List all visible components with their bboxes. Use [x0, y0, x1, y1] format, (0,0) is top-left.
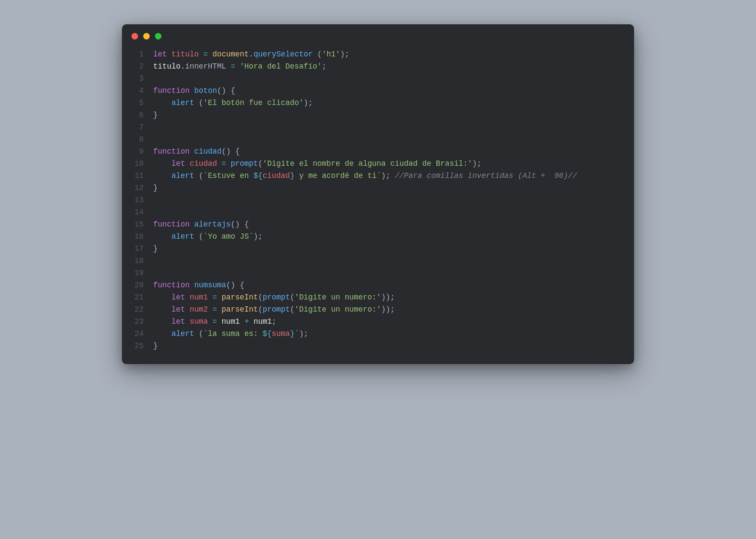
token-punct: {	[240, 281, 245, 289]
code-content[interactable]: function ciudad() {	[153, 145, 625, 158]
token-tmpldlm: }	[290, 329, 295, 338]
code-line[interactable]: 11 alert (`Estuve en ${ciudad} y me acor…	[128, 170, 625, 182]
token-punct: (	[258, 305, 263, 314]
token-kw: function	[153, 86, 190, 95]
token-punct: ;	[477, 159, 482, 168]
code-content[interactable]: alert (`Yo amo JS`);	[153, 230, 625, 243]
token-sp	[153, 171, 171, 180]
line-number: 23	[128, 316, 153, 328]
line-number: 1	[128, 48, 153, 60]
code-line[interactable]: 16 alert (`Yo amo JS`);	[128, 230, 625, 243]
line-number: 6	[128, 109, 153, 121]
token-sp	[153, 293, 171, 302]
code-content[interactable]	[153, 206, 625, 218]
token-tmpldlm: ${	[253, 171, 263, 180]
token-func: ciudad	[194, 147, 222, 156]
code-content[interactable]: let num1 = parseInt(prompt('Digite un nu…	[153, 291, 625, 303]
token-punct: {	[244, 220, 249, 229]
token-sp	[249, 317, 254, 326]
code-content[interactable]	[153, 121, 625, 133]
token-sp	[226, 86, 231, 95]
token-punct: (	[258, 159, 263, 168]
token-func: prompt	[263, 293, 290, 302]
code-content[interactable]: let num2 = parseInt(prompt('Digite un nu…	[153, 303, 625, 316]
code-line[interactable]: 9function ciudad() {	[128, 145, 625, 158]
token-sp	[153, 232, 171, 241]
token-kw: function	[153, 220, 190, 229]
code-content[interactable]	[153, 194, 625, 206]
code-line[interactable]: 8	[128, 133, 625, 145]
token-punct: ()	[222, 147, 231, 156]
token-func: alert	[171, 329, 194, 338]
code-line[interactable]: 19	[128, 267, 625, 279]
code-content[interactable]: function boton() {	[153, 85, 625, 97]
token-builtin: parseInt	[222, 305, 258, 314]
token-sp	[190, 220, 194, 229]
token-def: num2	[190, 305, 208, 314]
zoom-icon[interactable]	[155, 33, 161, 39]
code-content[interactable]: }	[153, 182, 625, 194]
code-content[interactable]: let ciudad = prompt('Digite el nombre de…	[153, 158, 625, 170]
line-number: 4	[128, 85, 153, 97]
token-kw: function	[153, 147, 190, 156]
code-line[interactable]: 22 let num2 = parseInt(prompt('Digite un…	[128, 303, 625, 316]
code-content[interactable]	[153, 133, 625, 145]
code-content[interactable]: let suma = num1 + num1;	[153, 316, 625, 328]
code-content[interactable]: alert ('El botón fue clicado');	[153, 97, 625, 109]
line-number: 9	[128, 145, 153, 158]
token-func: alertajs	[194, 220, 231, 229]
code-content[interactable]: }	[153, 340, 625, 352]
token-func: alert	[171, 99, 194, 107]
code-content[interactable]: }	[153, 243, 625, 255]
close-icon[interactable]	[131, 33, 138, 39]
token-sp	[194, 99, 199, 107]
code-line[interactable]: 1let titulo = document.querySelector ('h…	[128, 48, 625, 60]
token-sp	[190, 86, 194, 95]
code-line[interactable]: 3	[128, 72, 625, 85]
code-line[interactable]: 6}	[128, 109, 625, 121]
token-str: 'Digite un numero:'	[295, 305, 381, 314]
code-line[interactable]: 15function alertajs() {	[128, 218, 625, 230]
code-content[interactable]	[153, 72, 625, 85]
code-line[interactable]: 10 let ciudad = prompt('Digite el nombre…	[128, 158, 625, 170]
token-op: =	[231, 62, 236, 71]
code-line[interactable]: 17}	[128, 243, 625, 255]
token-sp	[194, 171, 199, 180]
code-line[interactable]: 4function boton() {	[128, 85, 625, 97]
code-line[interactable]: 21 let num1 = parseInt(prompt('Digite un…	[128, 291, 625, 303]
code-line[interactable]: 5 alert ('El botón fue clicado');	[128, 97, 625, 109]
code-line[interactable]: 13	[128, 194, 625, 206]
code-content[interactable]: titulo.innerHTML = 'Hora del Desafío';	[153, 60, 625, 72]
token-comment: //Para comillas invertidas (Alt + 96)//	[395, 171, 577, 180]
code-content[interactable]: function alertajs() {	[153, 218, 625, 230]
token-sp	[153, 305, 171, 314]
code-editor[interactable]: 1let titulo = document.querySelector ('h…	[122, 45, 634, 364]
code-window: 1let titulo = document.querySelector ('h…	[122, 24, 634, 364]
code-content[interactable]	[153, 267, 625, 279]
code-content[interactable]: alert (`la suma es: ${suma}`);	[153, 328, 625, 340]
code-line[interactable]: 12}	[128, 182, 625, 194]
code-line[interactable]: 20function numsuma() {	[128, 279, 625, 291]
code-line[interactable]: 18	[128, 255, 625, 267]
token-punct: ;	[258, 232, 263, 241]
code-content[interactable]	[153, 255, 625, 267]
token-sp	[208, 50, 213, 59]
code-content[interactable]: alert (`Estuve en ${ciudad} y me acordé …	[153, 170, 625, 182]
code-line[interactable]: 25}	[128, 340, 625, 352]
code-line[interactable]: 24 alert (`la suma es: ${suma}`);	[128, 328, 625, 340]
minimize-icon[interactable]	[143, 33, 150, 39]
token-punct: (	[258, 293, 263, 302]
token-func: boton	[194, 86, 217, 95]
line-number: 5	[128, 97, 153, 109]
token-prop: innerHTML	[185, 62, 227, 71]
code-content[interactable]: }	[153, 109, 625, 121]
line-number: 10	[128, 158, 153, 170]
code-line[interactable]: 14	[128, 206, 625, 218]
line-number: 7	[128, 121, 153, 133]
token-sp	[199, 50, 204, 59]
code-line[interactable]: 7	[128, 121, 625, 133]
code-content[interactable]: let titulo = document.querySelector ('h1…	[153, 48, 625, 60]
code-line[interactable]: 23 let suma = num1 + num1;	[128, 316, 625, 328]
code-line[interactable]: 2titulo.innerHTML = 'Hora del Desafío';	[128, 60, 625, 72]
code-content[interactable]: function numsuma() {	[153, 279, 625, 291]
